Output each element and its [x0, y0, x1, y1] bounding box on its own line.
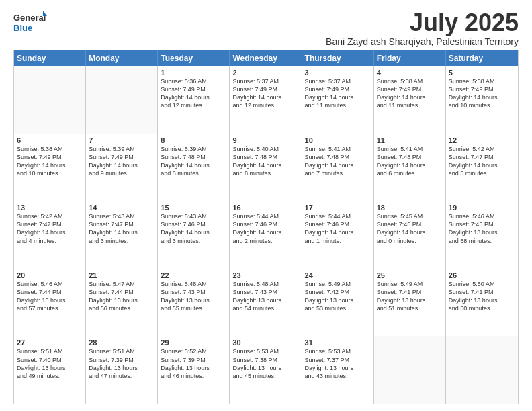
day-cell-3: 3Sunrise: 5:37 AMSunset: 7:49 PMDaylight…: [302, 66, 374, 134]
day-number: 20: [17, 271, 83, 279]
svg-text:Blue: Blue: [13, 23, 32, 33]
day-cell-12: 12Sunrise: 5:42 AMSunset: 7:47 PMDayligh…: [446, 134, 518, 201]
day-number: 7: [89, 136, 154, 144]
day-cell-25: 25Sunrise: 5:49 AMSunset: 7:41 PMDayligh…: [374, 269, 446, 336]
cell-info: Sunrise: 5:47 AMSunset: 7:44 PMDaylight:…: [89, 280, 154, 313]
day-number: 12: [449, 136, 515, 144]
week-row-1: 1Sunrise: 5:36 AMSunset: 7:49 PMDaylight…: [14, 66, 518, 134]
logo-svg: General Blue: [13, 11, 47, 38]
day-number: 29: [161, 338, 226, 347]
day-cell-22: 22Sunrise: 5:48 AMSunset: 7:43 PMDayligh…: [158, 269, 230, 336]
cell-info: Sunrise: 5:37 AMSunset: 7:49 PMDaylight:…: [305, 77, 371, 110]
day-number: 27: [17, 338, 83, 347]
cell-info: Sunrise: 5:42 AMSunset: 7:47 PMDaylight:…: [17, 212, 83, 245]
location-title: Bani Zayd ash Sharqiyah, Palestinian Ter…: [326, 36, 519, 47]
page-header: General Blue July 2025 Bani Zayd ash Sha…: [13, 11, 519, 47]
logo: General Blue: [13, 11, 47, 38]
day-number: 2: [232, 68, 298, 77]
day-cell-7: 7Sunrise: 5:39 AMSunset: 7:49 PMDaylight…: [86, 134, 158, 201]
week-row-5: 27Sunrise: 5:51 AMSunset: 7:40 PMDayligh…: [14, 336, 518, 404]
cell-info: Sunrise: 5:38 AMSunset: 7:49 PMDaylight:…: [449, 77, 515, 110]
cell-info: Sunrise: 5:43 AMSunset: 7:47 PMDaylight:…: [89, 212, 154, 245]
cell-info: Sunrise: 5:51 AMSunset: 7:39 PMDaylight:…: [89, 347, 154, 380]
day-number: 6: [17, 136, 83, 144]
cell-info: Sunrise: 5:36 AMSunset: 7:49 PMDaylight:…: [161, 77, 226, 110]
empty-cell: [374, 336, 446, 404]
day-cell-6: 6Sunrise: 5:38 AMSunset: 7:49 PMDaylight…: [14, 134, 86, 201]
calendar-header: SundayMondayTuesdayWednesdayThursdayFrid…: [14, 50, 518, 66]
day-cell-8: 8Sunrise: 5:39 AMSunset: 7:48 PMDaylight…: [158, 134, 230, 201]
day-number: 18: [377, 203, 443, 212]
day-number: 25: [377, 271, 443, 279]
day-cell-18: 18Sunrise: 5:45 AMSunset: 7:45 PMDayligh…: [374, 201, 446, 269]
day-number: 24: [305, 271, 371, 279]
day-number: 1: [161, 68, 226, 77]
day-number: 14: [89, 203, 154, 212]
day-cell-9: 9Sunrise: 5:40 AMSunset: 7:48 PMDaylight…: [230, 134, 302, 201]
cell-info: Sunrise: 5:37 AMSunset: 7:49 PMDaylight:…: [232, 77, 298, 110]
calendar-body: 1Sunrise: 5:36 AMSunset: 7:49 PMDaylight…: [14, 66, 518, 404]
cell-info: Sunrise: 5:53 AMSunset: 7:38 PMDaylight:…: [232, 347, 298, 380]
day-number: 3: [305, 68, 371, 77]
svg-marker-2: [43, 11, 47, 16]
cell-info: Sunrise: 5:44 AMSunset: 7:46 PMDaylight:…: [305, 212, 371, 245]
day-number: 21: [89, 271, 154, 279]
cell-info: Sunrise: 5:39 AMSunset: 7:48 PMDaylight:…: [161, 145, 226, 178]
cell-info: Sunrise: 5:45 AMSunset: 7:45 PMDaylight:…: [377, 212, 443, 245]
cell-info: Sunrise: 5:48 AMSunset: 7:43 PMDaylight:…: [161, 280, 226, 313]
cell-info: Sunrise: 5:53 AMSunset: 7:37 PMDaylight:…: [305, 347, 371, 380]
day-number: 13: [17, 203, 83, 212]
title-block: July 2025 Bani Zayd ash Sharqiyah, Pales…: [326, 11, 519, 47]
cell-info: Sunrise: 5:52 AMSunset: 7:39 PMDaylight:…: [161, 347, 226, 380]
day-header-thursday: Thursday: [302, 50, 374, 66]
day-cell-23: 23Sunrise: 5:48 AMSunset: 7:43 PMDayligh…: [230, 269, 302, 336]
day-number: 17: [305, 203, 371, 212]
day-cell-1: 1Sunrise: 5:36 AMSunset: 7:49 PMDaylight…: [158, 66, 230, 134]
day-number: 9: [232, 136, 298, 144]
day-number: 5: [449, 68, 515, 77]
day-cell-2: 2Sunrise: 5:37 AMSunset: 7:49 PMDaylight…: [230, 66, 302, 134]
day-cell-21: 21Sunrise: 5:47 AMSunset: 7:44 PMDayligh…: [86, 269, 158, 336]
day-number: 15: [161, 203, 226, 212]
day-header-sunday: Sunday: [14, 50, 86, 66]
day-number: 23: [232, 271, 298, 279]
empty-cell: [86, 66, 158, 134]
day-cell-4: 4Sunrise: 5:38 AMSunset: 7:49 PMDaylight…: [374, 66, 446, 134]
day-cell-5: 5Sunrise: 5:38 AMSunset: 7:49 PMDaylight…: [446, 66, 518, 134]
cell-info: Sunrise: 5:42 AMSunset: 7:47 PMDaylight:…: [449, 145, 515, 178]
day-cell-28: 28Sunrise: 5:51 AMSunset: 7:39 PMDayligh…: [86, 336, 158, 404]
cell-info: Sunrise: 5:46 AMSunset: 7:44 PMDaylight:…: [17, 280, 83, 313]
day-number: 10: [305, 136, 371, 144]
cell-info: Sunrise: 5:39 AMSunset: 7:49 PMDaylight:…: [89, 145, 154, 178]
day-cell-19: 19Sunrise: 5:46 AMSunset: 7:45 PMDayligh…: [446, 201, 518, 269]
day-header-tuesday: Tuesday: [158, 50, 230, 66]
day-number: 30: [232, 338, 298, 347]
day-number: 16: [232, 203, 298, 212]
cell-info: Sunrise: 5:51 AMSunset: 7:40 PMDaylight:…: [17, 347, 83, 380]
day-cell-27: 27Sunrise: 5:51 AMSunset: 7:40 PMDayligh…: [14, 336, 86, 404]
day-cell-31: 31Sunrise: 5:53 AMSunset: 7:37 PMDayligh…: [302, 336, 374, 404]
day-cell-20: 20Sunrise: 5:46 AMSunset: 7:44 PMDayligh…: [14, 269, 86, 336]
svg-text:General: General: [13, 13, 46, 23]
day-number: 31: [305, 338, 371, 347]
day-cell-17: 17Sunrise: 5:44 AMSunset: 7:46 PMDayligh…: [302, 201, 374, 269]
day-cell-29: 29Sunrise: 5:52 AMSunset: 7:39 PMDayligh…: [158, 336, 230, 404]
day-cell-11: 11Sunrise: 5:41 AMSunset: 7:48 PMDayligh…: [374, 134, 446, 201]
day-header-monday: Monday: [86, 50, 158, 66]
week-row-4: 20Sunrise: 5:46 AMSunset: 7:44 PMDayligh…: [14, 269, 518, 336]
day-number: 19: [449, 203, 515, 212]
day-number: 4: [377, 68, 443, 77]
week-row-2: 6Sunrise: 5:38 AMSunset: 7:49 PMDaylight…: [14, 134, 518, 201]
day-cell-24: 24Sunrise: 5:49 AMSunset: 7:42 PMDayligh…: [302, 269, 374, 336]
day-number: 11: [377, 136, 443, 144]
cell-info: Sunrise: 5:46 AMSunset: 7:45 PMDaylight:…: [449, 212, 515, 245]
day-number: 22: [161, 271, 226, 279]
cell-info: Sunrise: 5:38 AMSunset: 7:49 PMDaylight:…: [17, 145, 83, 178]
day-number: 28: [89, 338, 154, 347]
day-cell-30: 30Sunrise: 5:53 AMSunset: 7:38 PMDayligh…: [230, 336, 302, 404]
cell-info: Sunrise: 5:49 AMSunset: 7:42 PMDaylight:…: [305, 280, 371, 313]
day-cell-14: 14Sunrise: 5:43 AMSunset: 7:47 PMDayligh…: [86, 201, 158, 269]
cell-info: Sunrise: 5:40 AMSunset: 7:48 PMDaylight:…: [232, 145, 298, 178]
day-header-friday: Friday: [374, 50, 446, 66]
month-title: July 2025: [326, 11, 519, 35]
